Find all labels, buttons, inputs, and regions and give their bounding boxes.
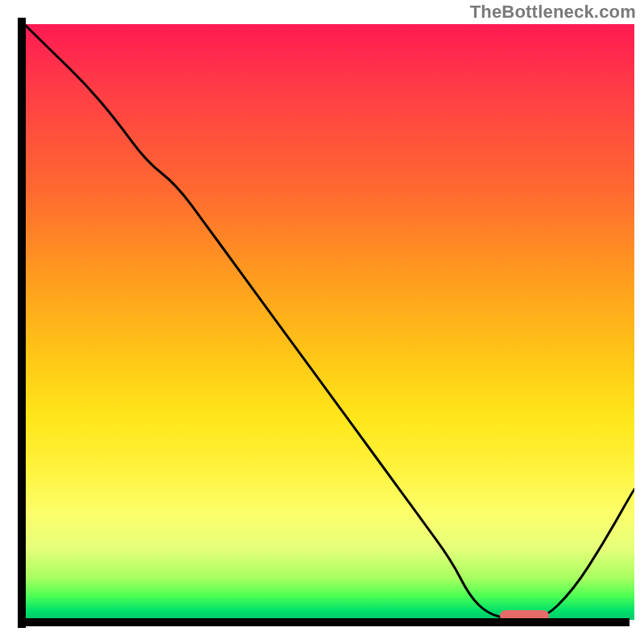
y-axis [18, 18, 26, 628]
x-axis [18, 618, 630, 626]
plot-area [24, 24, 634, 620]
watermark-text: TheBottleneck.com [470, 2, 636, 23]
bottleneck-curve [24, 24, 634, 620]
chart-frame: TheBottleneck.com [0, 0, 644, 644]
